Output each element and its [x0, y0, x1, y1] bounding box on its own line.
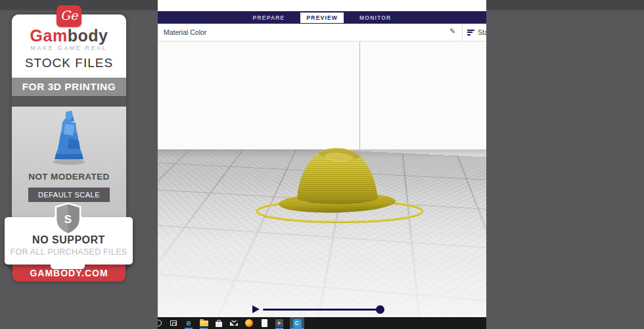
- edit-pencil-icon[interactable]: ✎: [449, 27, 455, 36]
- windows-taskbar: e C: [158, 317, 486, 329]
- mail-icon[interactable]: [229, 317, 239, 329]
- cortana-icon[interactable]: [158, 317, 163, 329]
- tab-preview[interactable]: PREVIEW: [300, 13, 344, 23]
- shield-icon: S: [55, 203, 81, 235]
- profile-layers-icon: [467, 28, 474, 36]
- brand-wordmark-dark: body: [68, 26, 108, 45]
- buildplate-axis-line: [359, 41, 360, 150]
- gambody-logo-badge: Ge: [57, 5, 81, 27]
- screenshot-stage: Gambody MAKE GAME REAL STOCK FILES FOR 3…: [0, 0, 644, 329]
- no-support-subtitle: FOR ALL PURCHASED FILES: [5, 247, 133, 257]
- file-explorer-icon[interactable]: [199, 317, 208, 329]
- toolbar-divider: [462, 24, 463, 41]
- tab-prepare[interactable]: PREPARE: [247, 13, 291, 23]
- notepad-icon[interactable]: [260, 317, 269, 329]
- ribbon-notch: [51, 265, 85, 269]
- brand-tagline: MAKE GAME REAL: [12, 45, 126, 51]
- color-scheme-dropdown[interactable]: Material Color: [164, 28, 206, 36]
- stock-files-headline: STOCK FILES: [12, 56, 126, 70]
- layer-play-button[interactable]: [252, 305, 260, 313]
- stage-tab-bar: PREPARE PREVIEW MONITOR: [158, 11, 486, 24]
- print-settings-chip[interactable]: Standard: [467, 24, 486, 41]
- task-view-icon[interactable]: [169, 317, 178, 329]
- 3d-viewport[interactable]: [158, 41, 486, 317]
- moderation-status: NOT MODERATED: [12, 172, 126, 182]
- ribbon-fold-right: [125, 263, 133, 272]
- layer-slider-handle[interactable]: [376, 305, 384, 314]
- tab-monitor[interactable]: MONITOR: [354, 13, 397, 23]
- firefox-icon[interactable]: [244, 317, 254, 329]
- default-scale-badge[interactable]: DEFAULT SCALE: [28, 188, 110, 202]
- edge-icon[interactable]: e: [184, 317, 193, 329]
- movies-tv-icon[interactable]: [275, 317, 284, 329]
- cura-window: PREPARE PREVIEW MONITOR Material Color ✎…: [158, 0, 486, 329]
- figurine-icon: [12, 107, 126, 166]
- no-support-title: NO SUPPORT: [5, 234, 133, 246]
- sliced-hat-model[interactable]: [255, 147, 425, 224]
- ribbon-fold-left: [5, 263, 12, 272]
- svg-text:S: S: [64, 213, 72, 226]
- preview-toolbar: Material Color ✎ Standard: [158, 24, 486, 41]
- cura-taskbar-icon[interactable]: C: [290, 317, 304, 329]
- store-icon[interactable]: [214, 317, 223, 329]
- brand-wordmark-red: Gam: [30, 26, 68, 45]
- profile-label: Standard: [478, 28, 486, 36]
- for-3d-printing-banner: FOR 3D PRINTING: [12, 78, 126, 96]
- layer-slider-track[interactable]: [263, 309, 381, 311]
